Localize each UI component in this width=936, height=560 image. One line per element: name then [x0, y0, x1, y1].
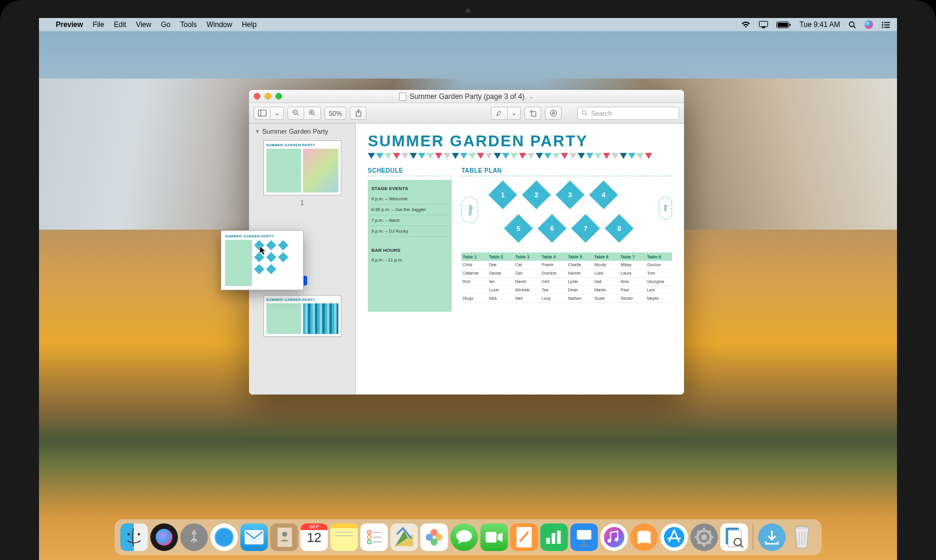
svg-rect-31 [245, 530, 264, 544]
app-menu[interactable]: Preview [56, 20, 83, 29]
dock-preview[interactable] [721, 523, 748, 551]
svg-point-39 [368, 540, 371, 544]
table-diamond: 7 [571, 214, 600, 243]
menu-tools[interactable]: Tools [180, 20, 197, 29]
svg-line-65 [709, 542, 711, 544]
svg-point-59 [701, 534, 707, 540]
dock-ibooks[interactable] [631, 523, 658, 551]
thumbnail-page-1[interactable]: SUMMER GARDEN PARTY [263, 140, 341, 195]
svg-point-29 [215, 528, 234, 547]
dock-notes[interactable] [331, 523, 358, 551]
airplay-icon[interactable] [759, 21, 768, 28]
svg-point-4 [850, 22, 854, 26]
share-button[interactable] [350, 107, 367, 120]
document-proxy-icon[interactable] [399, 92, 406, 101]
battery-icon[interactable] [776, 22, 791, 28]
zoom-button[interactable] [275, 93, 282, 100]
dock-contacts[interactable] [271, 523, 298, 551]
sidebar-view-menu[interactable]: ⌄ [271, 107, 284, 120]
thumbnail-dragging[interactable]: SUMMER GARDEN PARTY [221, 230, 304, 290]
siri-icon[interactable] [865, 20, 873, 29]
doc-title: SUMMER GARDEN PARTY [368, 132, 672, 150]
menu-help[interactable]: Help [242, 20, 257, 29]
title-chevron-icon[interactable]: ⌄ [529, 94, 534, 100]
menu-view[interactable]: View [136, 20, 151, 29]
dock-maps[interactable] [391, 523, 418, 551]
guest-cell: Charlie [567, 261, 593, 269]
laptop-frame: Preview File Edit View Go Tools Window H… [0, 0, 936, 560]
svg-rect-9 [884, 24, 890, 25]
markup-button[interactable] [545, 107, 562, 120]
dock-keynote[interactable] [571, 523, 598, 551]
guest-cell: Nick [488, 294, 514, 303]
svg-rect-51 [577, 530, 592, 540]
titlebar[interactable]: Summer Garden Party (page 3 of 4) ⌄ [249, 90, 684, 103]
toolbar: ⌄ 50% ⌄ Search [249, 103, 684, 124]
dock-reminders[interactable] [361, 523, 388, 551]
svg-rect-46 [486, 532, 497, 543]
dock-numbers[interactable] [541, 523, 568, 551]
dock-calendar[interactable]: SEP12 [301, 523, 328, 551]
zoom-level[interactable]: 50% [325, 107, 346, 120]
dock-pages[interactable] [511, 523, 538, 551]
svg-rect-12 [259, 110, 266, 116]
thumbnail-page-4[interactable]: SUMMER GARDEN PARTY [263, 295, 341, 337]
guest-cell: Rob [461, 278, 488, 286]
sidebar-view-button[interactable] [254, 107, 271, 120]
disclosure-triangle-icon[interactable]: ▼ [255, 129, 260, 134]
sidebar-doc-title[interactable]: ▼Summer Garden Party [254, 126, 350, 137]
menu-window[interactable]: Window [206, 20, 232, 29]
zoom-out-button[interactable] [287, 107, 304, 120]
dock-trash[interactable] [788, 523, 816, 551]
highlight-button[interactable] [491, 107, 508, 120]
guest-cell: Martin [593, 286, 619, 294]
zoom-in-button[interactable] [304, 107, 321, 120]
guest-cell: Dexter [619, 294, 646, 303]
menu-file[interactable]: File [92, 20, 104, 29]
page-1-label: 1 [254, 197, 350, 209]
stage-marker: Stage [461, 197, 478, 223]
rotate-button[interactable] [524, 107, 541, 120]
menu-edit[interactable]: Edit [114, 20, 127, 29]
dock-facetime[interactable] [481, 523, 508, 551]
guest-cell: Paul [619, 286, 646, 294]
schedule-column: SCHEDULE STAGE EVENTS 6 p.m. – Welcome6:… [368, 167, 452, 312]
svg-rect-3 [790, 23, 791, 26]
dock-launchpad[interactable] [181, 523, 208, 551]
guest-cell: Gail [593, 278, 619, 286]
svg-rect-2 [778, 23, 788, 27]
svg-rect-48 [547, 538, 550, 544]
dock-system-preferences[interactable] [691, 523, 718, 551]
clock[interactable]: Tue 9:41 AM [799, 20, 840, 29]
schedule-event: 7 p.m. – Band [371, 215, 448, 226]
desktop: Preview File Edit View Go Tools Window H… [39, 18, 897, 560]
wifi-icon[interactable] [741, 22, 751, 28]
dock-downloads[interactable] [758, 523, 786, 551]
dock-appstore[interactable] [661, 523, 688, 551]
dock-mail[interactable] [241, 523, 268, 551]
document-page[interactable]: SUMMER GARDEN PARTY SCHEDULE STAGE EVENT… [356, 124, 684, 395]
guest-cell: David [514, 278, 541, 286]
dock-messages[interactable] [451, 523, 478, 551]
table-header: Table 6 [593, 253, 619, 261]
dock-itunes[interactable] [601, 523, 628, 551]
dock-finder[interactable] [121, 523, 148, 551]
spotlight-icon[interactable] [848, 21, 856, 29]
menu-go[interactable]: Go [161, 20, 170, 29]
search-placeholder: Search [591, 110, 612, 117]
guest-cell: Michele [514, 286, 541, 294]
search-icon [581, 110, 588, 116]
guest-cell: Harriet [567, 269, 593, 278]
dock-siri[interactable] [151, 523, 178, 551]
guest-cell: Susie [593, 294, 619, 303]
minimize-button[interactable] [265, 93, 271, 100]
dock-safari[interactable] [211, 523, 238, 551]
dock-photos[interactable] [421, 523, 448, 551]
notification-center-icon[interactable] [881, 22, 890, 28]
table-header: Table 2 [488, 253, 514, 261]
search-field[interactable]: Search [577, 107, 679, 120]
guest-cell: Tore [646, 269, 672, 278]
highlight-menu[interactable]: ⌄ [508, 107, 521, 120]
svg-line-20 [313, 114, 315, 116]
close-button[interactable] [254, 93, 260, 100]
